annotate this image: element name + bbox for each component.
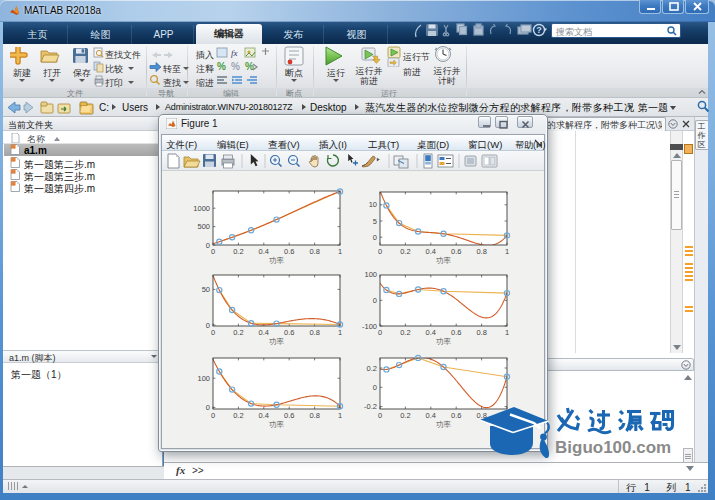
svg-text:0.4: 0.4 xyxy=(426,411,436,420)
svg-text:0: 0 xyxy=(206,403,210,412)
svg-text:%: % xyxy=(245,61,254,72)
svg-text:0.4: 0.4 xyxy=(259,328,269,337)
svg-text:1: 1 xyxy=(338,328,342,337)
svg-text:0: 0 xyxy=(373,296,377,305)
svg-text:1: 1 xyxy=(338,411,342,420)
svg-text:0: 0 xyxy=(211,411,215,420)
svg-text:功率: 功率 xyxy=(436,420,452,429)
svg-text:0.8: 0.8 xyxy=(309,411,319,420)
svg-text:0: 0 xyxy=(206,241,210,250)
svg-text:fx: fx xyxy=(231,48,238,58)
svg-text:0.4: 0.4 xyxy=(426,328,436,337)
svg-text:0: 0 xyxy=(378,247,382,256)
svg-text:0: 0 xyxy=(211,247,215,256)
svg-text:功率: 功率 xyxy=(269,420,285,429)
svg-text:0: 0 xyxy=(373,233,377,242)
svg-text:功率: 功率 xyxy=(269,337,285,346)
svg-text:100: 100 xyxy=(197,374,210,383)
svg-text:功率: 功率 xyxy=(436,337,452,346)
svg-text:0.4: 0.4 xyxy=(259,411,269,420)
svg-text:0.2: 0.2 xyxy=(367,364,377,373)
svg-text:100: 100 xyxy=(364,270,377,279)
svg-text:0: 0 xyxy=(211,328,215,337)
svg-text:0.6: 0.6 xyxy=(451,247,461,256)
svg-text:0.2: 0.2 xyxy=(400,328,410,337)
svg-text:50: 50 xyxy=(202,285,210,294)
svg-text:0: 0 xyxy=(378,411,382,420)
svg-text:0: 0 xyxy=(378,328,382,337)
svg-text:0.6: 0.6 xyxy=(284,411,294,420)
svg-text:0.4: 0.4 xyxy=(259,247,269,256)
svg-text:0.6: 0.6 xyxy=(284,328,294,337)
svg-text:Biguo100.com: Biguo100.com xyxy=(555,438,671,457)
svg-text:-100: -100 xyxy=(362,322,377,331)
svg-text:%: % xyxy=(231,61,240,72)
svg-text:功率: 功率 xyxy=(269,256,285,265)
svg-text:0.4: 0.4 xyxy=(426,247,436,256)
svg-text:0.6: 0.6 xyxy=(451,411,461,420)
svg-text:0.6: 0.6 xyxy=(284,247,294,256)
svg-text:%: % xyxy=(217,61,226,72)
svg-text:0.8: 0.8 xyxy=(309,328,319,337)
svg-text:500: 500 xyxy=(197,222,210,231)
svg-text:0: 0 xyxy=(373,383,377,392)
svg-text:10: 10 xyxy=(369,200,377,209)
svg-text:1: 1 xyxy=(505,247,509,256)
svg-text:1: 1 xyxy=(338,247,342,256)
svg-text:1: 1 xyxy=(505,328,509,337)
svg-text:0.2: 0.2 xyxy=(233,247,243,256)
svg-text:0.6: 0.6 xyxy=(451,328,461,337)
svg-text:0.2: 0.2 xyxy=(233,411,243,420)
svg-text:功率: 功率 xyxy=(436,256,452,265)
svg-text:0.8: 0.8 xyxy=(476,247,486,256)
svg-text:0.8: 0.8 xyxy=(309,247,319,256)
svg-text:?: ? xyxy=(536,25,542,35)
svg-text:1000: 1000 xyxy=(193,204,210,213)
svg-text:0: 0 xyxy=(206,321,210,330)
svg-text:0.2: 0.2 xyxy=(233,328,243,337)
svg-text:0.2: 0.2 xyxy=(400,411,410,420)
svg-text:5: 5 xyxy=(373,217,377,226)
svg-text:-0.2: -0.2 xyxy=(364,402,377,411)
svg-text:0.8: 0.8 xyxy=(476,328,486,337)
svg-text:0.2: 0.2 xyxy=(400,247,410,256)
